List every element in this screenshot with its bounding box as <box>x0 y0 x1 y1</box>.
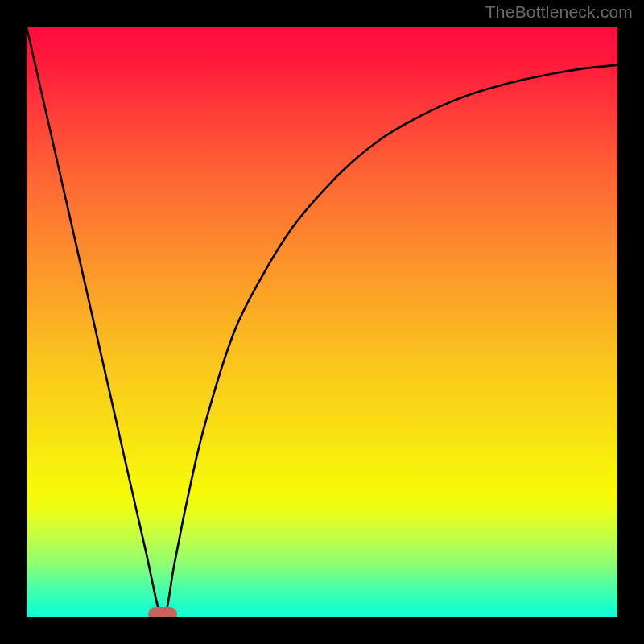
optimum-marker <box>148 607 177 617</box>
chart-frame: TheBottleneck.com <box>0 0 644 644</box>
curve-svg <box>27 27 617 617</box>
bottleneck-curve <box>27 27 617 617</box>
plot-area <box>27 27 617 617</box>
watermark: TheBottleneck.com <box>485 2 633 22</box>
